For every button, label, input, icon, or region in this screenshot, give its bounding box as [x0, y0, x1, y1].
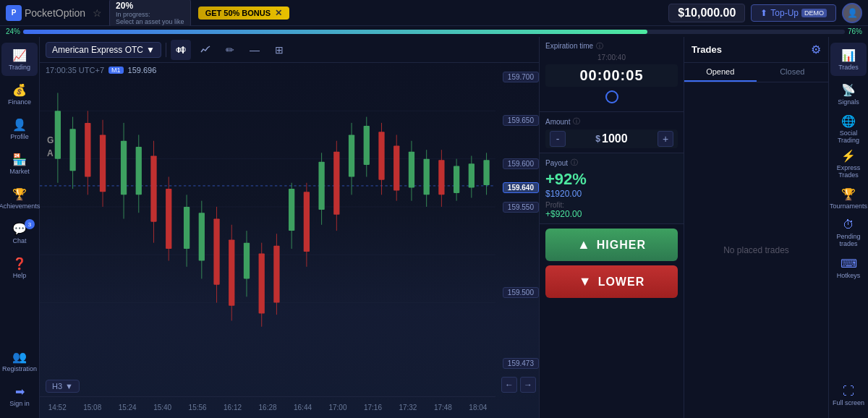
achievements-icon: 🏆 [12, 187, 27, 201]
right-nav-express[interactable]: ⚡ Express Trades [830, 147, 867, 180]
chart-type-candle-button[interactable] [171, 40, 191, 60]
svg-rect-33 [409, 152, 414, 188]
svg-rect-17 [136, 147, 142, 195]
svg-rect-19 [184, 207, 190, 249]
right-nav-hotkeys[interactable]: ⌨ Hotkeys [830, 251, 867, 284]
right-social-icon: 🌐 [841, 114, 856, 128]
amount-info-icon: ⓘ [573, 116, 580, 127]
right-nav-tournaments[interactable]: 🏆 Tournaments [830, 182, 867, 215]
chart-draw-button[interactable]: ✏ [220, 40, 240, 60]
avatar[interactable]: 👤 [842, 3, 862, 23]
registration-label: Registration [2, 365, 37, 372]
time-label-11: 17:48 [425, 404, 460, 411]
profile-icon: 👤 [12, 118, 27, 132]
svg-rect-0 [178, 47, 179, 53]
svg-rect-29 [349, 135, 354, 176]
topbar-right: $10,000.00 ⬆ Top-Up DEMO 👤 [668, 3, 862, 23]
chart-toolbar: American Express OTC ▼ ✏ — ⊞ [40, 37, 539, 63]
chart-nav-right-button[interactable]: → [520, 377, 536, 393]
right-nav-signals[interactable]: 📡 Signals [830, 77, 867, 111]
expiry-timer: 00:00:05 [545, 64, 678, 87]
right-nav-pending[interactable]: ⏱ Pending trades [830, 216, 867, 249]
time-label-5: 16:12 [215, 404, 250, 411]
bonus-close-icon[interactable]: ✕ [275, 8, 282, 18]
sidebar-item-achievements[interactable]: 🏆 Achievements [1, 182, 38, 215]
sidebar-item-signin[interactable]: ➡ Sign in [1, 379, 38, 412]
amount-decrease-button[interactable]: - [550, 131, 566, 147]
chart-container[interactable]: 17:00:35 UTC+7 M1 159.696 G A [40, 63, 539, 418]
svg-rect-61 [333, 152, 339, 215]
sidebar-item-trading[interactable]: 📈 Trading [1, 43, 38, 76]
asset-name: American Express OTC [52, 45, 143, 55]
amount-increase-button[interactable]: + [658, 131, 673, 147]
time-label-7: 16:44 [285, 404, 320, 411]
trades-settings-icon[interactable]: ⚙ [811, 43, 821, 56]
svg-rect-23 [244, 243, 250, 279]
progress-left-pct: 24% [6, 27, 20, 35]
logo[interactable]: P PocketOption [6, 5, 85, 21]
time-axis: 14:52 15:08 15:24 15:40 15:56 16:12 16:2… [40, 396, 495, 418]
sidebar-item-chat[interactable]: 💬 Chat 3 [1, 216, 38, 249]
svg-rect-15 [121, 141, 127, 195]
right-nav-fullscreen[interactable]: ⛶ Full screen [830, 379, 867, 412]
topup-button[interactable]: ⬆ Top-Up DEMO [751, 4, 836, 22]
right-nav-trades[interactable]: 📊 Trades [830, 43, 867, 76]
sidebar-item-market[interactable]: 🏪 Market [1, 147, 38, 180]
amount-value: 1000 [602, 132, 628, 145]
right-pending-label: Pending trades [830, 233, 867, 247]
timeframe-selector[interactable]: H3 ▼ [46, 380, 80, 393]
svg-rect-57 [273, 246, 279, 303]
profile-label: Profile [10, 133, 29, 140]
tab-opened[interactable]: Opened [684, 63, 757, 82]
no-trades-message: No placed trades [684, 82, 828, 418]
svg-rect-41 [483, 160, 489, 185]
svg-rect-27 [318, 162, 324, 210]
price-label-5: 159.500 [503, 287, 539, 298]
chart-nav-left-button[interactable]: ← [501, 377, 517, 393]
trading-label: Trading [9, 64, 30, 71]
higher-label: HIGHER [597, 239, 646, 252]
right-nav-social[interactable]: 🌐 Social Trading [830, 112, 867, 145]
lower-button[interactable]: ▼ LOWER [545, 265, 678, 298]
svg-rect-21 [199, 213, 205, 260]
market-icon: 🏪 [12, 153, 27, 166]
favorite-icon[interactable]: ☆ [93, 7, 102, 19]
progress-right-pct: 76% [848, 27, 862, 35]
current-price-label: 159.640 [503, 182, 539, 193]
toolbar-separator [166, 43, 166, 57]
svg-rect-47 [150, 155, 156, 221]
higher-button[interactable]: ▲ HIGHER [545, 229, 678, 261]
expiry-label: Expiration time [545, 42, 593, 50]
time-label-8: 17:00 [320, 404, 355, 411]
bonus-banner[interactable]: GET 50% BONUS ✕ [198, 7, 289, 20]
chart-grid-button[interactable]: ⊞ [269, 40, 289, 60]
amount-label: Amount [545, 118, 570, 126]
topbar-left: P PocketOption ☆ 20% In progress: Select… [6, 0, 289, 27]
progress-bar-fill [23, 30, 647, 34]
sidebar-item-help[interactable]: ❓ Help [1, 251, 38, 284]
topbar: P PocketOption ☆ 20% In progress: Select… [0, 0, 868, 26]
right-hotkeys-icon: ⌨ [841, 257, 857, 270]
main-layout: 📈 Trading 💰 Finance 👤 Profile 🏪 Market 🏆… [0, 37, 868, 418]
bonus-text: GET 50% BONUS [205, 9, 271, 17]
trades-panel-title: Trades [692, 44, 722, 55]
registration-icon: 👥 [12, 350, 27, 364]
chart-minus-button[interactable]: — [244, 40, 265, 60]
currency-symbol: $ [595, 134, 600, 144]
asset-selector[interactable]: American Express OTC ▼ [46, 42, 161, 58]
payout-section: Payout ⓘ +92% $1920.00 Profit: +$920.00 [540, 153, 684, 224]
time-label-4: 15:56 [180, 404, 215, 411]
achievements-label: Achievements [0, 202, 40, 210]
sidebar-item-finance[interactable]: 💰 Finance [1, 77, 38, 111]
tab-closed[interactable]: Closed [757, 63, 829, 82]
time-label-10: 17:32 [391, 404, 425, 411]
progress-bar-row: 24% 76% [0, 26, 868, 37]
sidebar-item-registration[interactable]: 👥 Registration [1, 344, 38, 378]
timeframe-label: H3 [52, 382, 62, 391]
right-tournaments-icon: 🏆 [841, 187, 856, 201]
sidebar-item-profile[interactable]: 👤 Profile [1, 112, 38, 145]
chart-type-line-button[interactable] [195, 40, 216, 60]
svg-rect-43 [85, 123, 90, 177]
svg-rect-11 [55, 111, 61, 158]
right-signals-icon: 📡 [841, 83, 856, 97]
